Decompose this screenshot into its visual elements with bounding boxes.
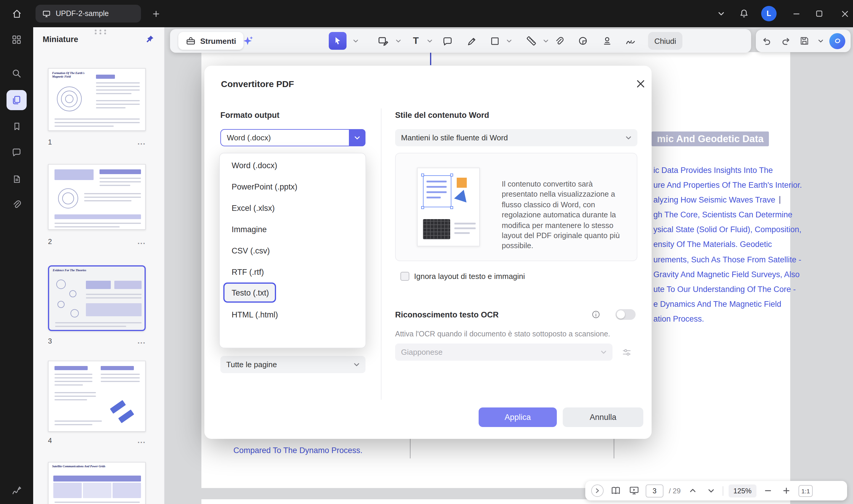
page-more-button[interactable]: ... — [138, 339, 146, 343]
swirl-icon — [833, 36, 842, 46]
save-dropdown[interactable] — [816, 34, 824, 48]
shape-tool[interactable] — [487, 34, 502, 48]
highlighter-tool[interactable] — [464, 34, 479, 48]
maximize-button[interactable] — [810, 5, 828, 22]
format-option-text-highlighted[interactable]: Testo (.txt) — [223, 283, 276, 303]
page-thumbnail[interactable] — [48, 361, 146, 432]
minus-icon — [764, 487, 772, 494]
sidebar-item-attachments[interactable] — [6, 194, 26, 214]
avatar[interactable]: L — [761, 6, 777, 21]
close-editor-button[interactable]: Chiudi — [648, 32, 682, 50]
document-line: gh The Core, Scientists Can Determine — [653, 208, 802, 222]
page-number-input[interactable]: 3 — [646, 484, 663, 497]
previous-page-button[interactable] — [686, 484, 699, 497]
zoom-out-button[interactable] — [762, 484, 775, 497]
new-tab-button[interactable] — [147, 5, 165, 22]
attach-tool[interactable] — [552, 34, 566, 48]
sidebar-item-comments[interactable] — [6, 142, 26, 162]
format-option-powerpoint[interactable]: PowerPoint (.pptx) — [220, 176, 366, 197]
sidebar-item-bookmarks[interactable] — [6, 116, 26, 136]
format-select[interactable]: Word (.docx) — [220, 129, 366, 146]
actual-size-label: 1:1 — [801, 487, 810, 494]
apply-button[interactable]: Applica — [479, 408, 557, 427]
select-tool-dropdown[interactable] — [351, 34, 359, 48]
ocr-toggle[interactable] — [616, 309, 636, 320]
page-more-button[interactable]: ... — [138, 240, 146, 244]
undo-button[interactable] — [759, 34, 774, 48]
slideshow-button[interactable] — [627, 484, 640, 497]
select-tool[interactable] — [329, 32, 346, 50]
text-tool[interactable]: T — [409, 34, 423, 48]
document-footer-line[interactable]: Compared To The Dynamo Process. — [233, 446, 362, 455]
window-menu-button[interactable] — [712, 5, 730, 22]
ocr-language-select[interactable]: Giapponese — [395, 343, 612, 361]
signature-tool[interactable] — [623, 34, 637, 48]
document-heading-highlighted[interactable]: mic And Geodetic Data — [652, 131, 769, 146]
page-thumbnail[interactable]: Satellite Communications And Power Grids — [48, 462, 146, 504]
sidebar-item-signature[interactable] — [6, 480, 26, 501]
document-line: ysical State (Solid Or Fluid), Compositi… — [653, 222, 802, 237]
page-thumbnail[interactable]: Formation Of The Earth's Magnetic Field — [48, 68, 146, 131]
sidebar-item-document[interactable] — [6, 169, 26, 189]
minimize-button[interactable] — [787, 5, 805, 22]
document-tab[interactable]: UPDF-2-sample — [36, 5, 141, 22]
collapse-bar-button[interactable] — [591, 484, 604, 497]
edit-tool[interactable] — [376, 34, 390, 48]
cancel-button[interactable]: Annulla — [563, 408, 643, 427]
page-thumbnail[interactable] — [48, 164, 146, 230]
page-thumbnail-selected[interactable]: Evidence For The Theories — [48, 265, 146, 331]
format-option-image[interactable]: Immagine — [220, 218, 366, 240]
text-tool-dropdown[interactable] — [425, 34, 433, 48]
close-window-button[interactable] — [836, 5, 853, 22]
format-option-csv[interactable]: CSV (.csv) — [220, 240, 366, 261]
next-page-button[interactable] — [704, 484, 717, 497]
page-range-select[interactable]: Tutte le pagine — [220, 356, 366, 373]
shape-tool-dropdown[interactable] — [505, 34, 513, 48]
ignore-layout-checkbox[interactable] — [401, 272, 409, 281]
measure-tool-dropdown[interactable] — [541, 34, 550, 48]
format-option-rtf[interactable]: RTF (.rtf) — [220, 261, 366, 283]
redo-button[interactable] — [778, 34, 793, 48]
sidebar-item-apps[interactable] — [6, 30, 26, 50]
ai-assistant-button[interactable] — [242, 35, 254, 47]
word-style-select[interactable]: Mantieni lo stile fluente di Word — [395, 129, 637, 146]
format-option-excel[interactable]: Excel (.xlsx) — [220, 197, 366, 218]
page-number-label: 2 — [48, 237, 52, 246]
info-icon[interactable] — [591, 310, 601, 319]
tools-button[interactable]: Strumenti — [178, 32, 243, 50]
measure-tool[interactable] — [524, 34, 538, 48]
page-more-button[interactable]: ... — [138, 439, 146, 443]
sidebar-item-search[interactable] — [6, 64, 26, 84]
pages-icon — [11, 95, 22, 105]
ignore-layout-label: Ignora layout di testo e immagini — [414, 272, 525, 281]
marker-icon — [466, 35, 477, 47]
panel-title: Miniature — [43, 35, 78, 44]
home-button[interactable] — [8, 5, 25, 22]
stamp-tool[interactable] — [600, 34, 614, 48]
sticker-tool[interactable] — [576, 34, 590, 48]
zoom-level[interactable]: 125% — [729, 484, 756, 497]
actual-size-button[interactable]: 1:1 — [798, 485, 813, 497]
chevron-down-icon — [717, 10, 725, 17]
bell-icon — [739, 8, 749, 19]
format-select-toggle[interactable] — [349, 129, 366, 146]
format-option-html[interactable]: HTML (.html) — [220, 304, 366, 325]
paperclip-icon — [11, 199, 22, 210]
updf-ai-button[interactable] — [829, 33, 845, 49]
edit-tool-dropdown[interactable] — [394, 34, 402, 48]
save-button[interactable] — [797, 34, 812, 48]
notifications-button[interactable] — [735, 5, 753, 22]
document-text-block[interactable]: ic Data Provides Insights Into The ure A… — [653, 163, 802, 326]
comment-tool[interactable] — [440, 34, 454, 48]
format-option-word[interactable]: Word (.docx) — [220, 155, 366, 176]
table-border — [614, 436, 614, 458]
sidebar-item-thumbnails[interactable] — [6, 90, 26, 110]
dialog-close-button[interactable] — [635, 77, 646, 89]
ocr-settings-icon[interactable] — [621, 347, 632, 358]
chevron-down-icon — [625, 134, 632, 141]
panel-drag-handle[interactable] — [95, 30, 108, 34]
page-more-button[interactable]: ... — [138, 140, 146, 144]
zoom-in-button[interactable] — [780, 484, 793, 497]
reader-view-button[interactable] — [609, 484, 622, 497]
pin-panel-button[interactable] — [144, 34, 155, 44]
